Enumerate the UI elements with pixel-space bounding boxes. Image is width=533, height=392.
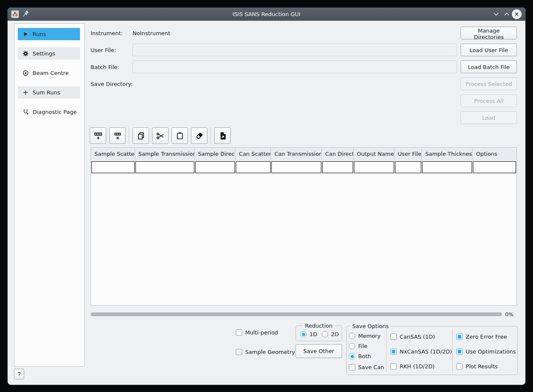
column-header[interactable]: User File (395, 148, 422, 160)
radio-label: Memory (358, 333, 381, 339)
copy-icon (136, 131, 146, 141)
gear-icon (22, 50, 29, 57)
cell-editor[interactable] (195, 161, 235, 173)
minimize-button[interactable] (492, 10, 500, 18)
plus-icon (22, 89, 29, 96)
help-button[interactable]: ? (14, 369, 24, 379)
rkh-checkbox[interactable]: RKH (1D/2D) (390, 363, 435, 370)
load-batch-file-button[interactable]: Load Batch File (461, 61, 517, 73)
progress-value: 0% (505, 311, 514, 317)
sidebar-item-beam-centre[interactable]: Beam Centre (18, 67, 80, 79)
maximize-button[interactable] (503, 10, 511, 18)
save-directory-label: Save Directory: (91, 81, 133, 88)
manage-directories-button[interactable]: Manage Directories (461, 27, 517, 39)
user-file-input[interactable] (133, 44, 457, 56)
radio-icon (322, 331, 328, 337)
radio-label: File (358, 343, 367, 349)
eraser-icon (195, 131, 204, 141)
save-both-radio[interactable]: Both (349, 353, 371, 359)
process-selected-button[interactable]: Process Selected (461, 77, 517, 90)
checkbox-icon (236, 329, 242, 336)
cell-editor[interactable] (422, 161, 472, 173)
reduction-1d-radio[interactable]: 1D (300, 331, 317, 337)
checkbox-label: Use Optimizations (466, 348, 516, 355)
checkbox-label: RKH (1D/2D) (400, 363, 435, 370)
sidebar-item-label: Settings (33, 50, 55, 57)
column-header[interactable]: Can Transmission (271, 148, 322, 160)
cansas-1d-checkbox[interactable]: CanSAS (1D) (390, 334, 435, 340)
play-icon (22, 31, 29, 38)
zero-error-free-checkbox[interactable]: Zero Error Free (456, 334, 507, 340)
table-cell (271, 160, 322, 174)
erase-button[interactable] (191, 127, 207, 144)
use-optimizations-checkbox[interactable]: Use Optimizations (456, 348, 516, 355)
save-can-checkbox[interactable]: Save Can (349, 364, 384, 370)
column-header[interactable]: Sample Thickness (422, 148, 472, 160)
copy-button[interactable] (133, 127, 149, 144)
cell-editor[interactable] (91, 161, 135, 173)
multi-period-checkbox[interactable]: Multi-period (236, 329, 278, 336)
window-title: ISIS SANS Reduction GUI (8, 8, 525, 21)
sidebar-item-label: Diagnostic Page (33, 109, 77, 115)
table-cell (395, 160, 422, 174)
cut-icon (156, 131, 165, 141)
checkbox-label: Save Can (358, 364, 384, 370)
instrument-label: Instrument: (91, 30, 123, 37)
save-file-radio[interactable]: File (349, 343, 367, 349)
export-table-button[interactable] (214, 127, 231, 144)
user-file-label: User File: (91, 47, 116, 54)
sidebar-item-settings[interactable]: Settings (18, 47, 80, 60)
paste-icon (175, 131, 185, 141)
column-header[interactable]: Sample Scatter (91, 148, 135, 160)
pin-icon[interactable] (22, 11, 29, 19)
checkbox-icon (456, 363, 463, 370)
nxcansas-checkbox[interactable]: NxCanSAS (1D/2D) (390, 348, 452, 355)
table-cell (235, 160, 271, 174)
save-memory-radio[interactable]: Memory (349, 333, 381, 339)
column-header[interactable]: Sample Transmission (135, 148, 195, 160)
save-other-button[interactable]: Save Other (295, 344, 342, 358)
radio-label: 2D (331, 331, 339, 337)
reduction-2d-radio[interactable]: 2D (322, 331, 339, 337)
checkbox-label: Multi-period (245, 329, 278, 336)
cell-editor[interactable] (271, 161, 321, 173)
load-user-file-button[interactable]: Load User File (461, 44, 517, 56)
sidebar-item-runs[interactable]: Runs (18, 28, 80, 40)
target-icon (22, 70, 29, 77)
column-header[interactable]: Options (472, 148, 516, 160)
column-header[interactable]: Can Scatter (235, 148, 271, 160)
cell-editor[interactable] (236, 161, 271, 173)
table-cell (353, 160, 395, 174)
plot-results-checkbox[interactable]: Plot Results (456, 363, 498, 370)
remove-row-button[interactable] (109, 127, 126, 144)
cell-editor[interactable] (354, 161, 394, 173)
sidebar-item-sum-runs[interactable]: Sum Runs (18, 86, 80, 99)
load-button[interactable]: Load (461, 111, 517, 124)
sidebar-item-diagnostic-page[interactable]: Diagnostic Page (18, 106, 80, 118)
progress-bar (91, 312, 502, 316)
column-header[interactable]: Output Name (353, 148, 395, 160)
radio-icon (349, 333, 355, 339)
column-header[interactable]: Sample Direct (195, 148, 236, 160)
paste-button[interactable] (171, 127, 188, 144)
batch-file-input[interactable] (133, 61, 457, 73)
sidebar-item-label: Sum Runs (33, 89, 60, 96)
cell-editor[interactable] (135, 161, 194, 173)
cut-button[interactable] (152, 127, 168, 144)
cell-editor[interactable] (322, 161, 353, 173)
close-button[interactable] (512, 9, 522, 19)
cell-editor[interactable] (395, 161, 422, 173)
table-cell (91, 160, 135, 174)
table-cell (135, 160, 195, 174)
toolbar-separator (210, 127, 211, 144)
cell-editor[interactable] (473, 161, 516, 173)
add-row-button[interactable] (90, 127, 106, 144)
table-header: Sample Scatter Sample Transmission Sampl… (91, 148, 516, 160)
process-all-button[interactable]: Process All (461, 94, 517, 107)
checkbox-label: Zero Error Free (466, 334, 507, 340)
group-title: Save Options (350, 323, 391, 330)
column-header[interactable]: Can Direct (322, 148, 353, 160)
sample-geometry-checkbox[interactable]: Sample Geometry (236, 349, 295, 355)
radio-icon (300, 331, 307, 337)
table-cell (322, 160, 353, 174)
